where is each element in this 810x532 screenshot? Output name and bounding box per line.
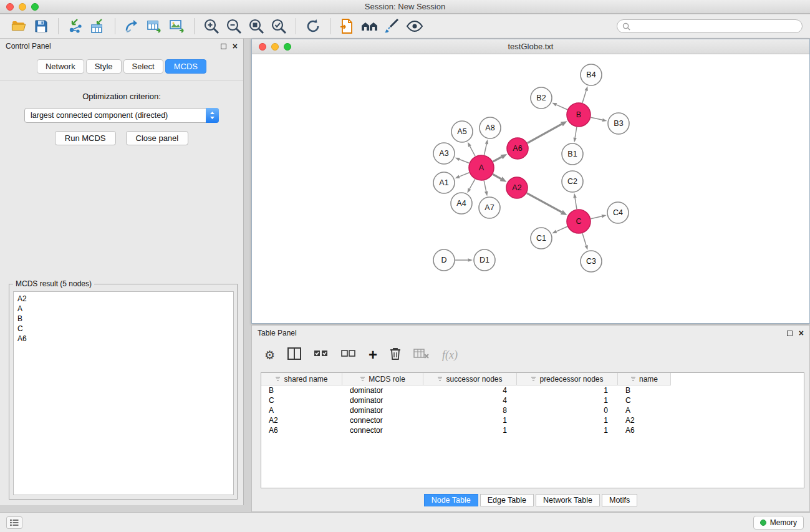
open-session-file-button[interactable]	[336, 16, 359, 36]
mcds-result-item[interactable]: A	[17, 304, 229, 314]
node-A1[interactable]: A1	[433, 172, 455, 193]
table-cell[interactable]: 4	[423, 386, 517, 395]
table-cell[interactable]: A2	[618, 416, 671, 425]
create-column-button[interactable]: +	[369, 347, 377, 362]
table-cell[interactable]: A6	[261, 426, 342, 435]
edge-B-B3[interactable]	[591, 117, 603, 120]
export-table-button[interactable]	[143, 16, 166, 36]
edge-C-C2[interactable]	[575, 198, 577, 209]
zoom-out-button[interactable]	[223, 16, 245, 36]
save-session-button[interactable]	[30, 16, 52, 36]
table-cell[interactable]: 1	[423, 416, 517, 425]
table-cell[interactable]: 1	[423, 426, 517, 435]
show-columns-button[interactable]	[287, 347, 301, 362]
table-settings-button[interactable]: ⚙	[264, 349, 275, 361]
table-cell[interactable]: 1	[517, 416, 618, 425]
table-cell[interactable]: C	[618, 396, 671, 405]
network-canvas[interactable]: B4B2BB3A5A8A6A3B1AC2A1A2A4A7C4CC1C3DD1	[252, 54, 809, 323]
node-D[interactable]: D	[433, 249, 455, 271]
column-header-shared-name[interactable]: shared name	[261, 373, 342, 385]
table-cell[interactable]: A	[618, 406, 671, 415]
run-mcds-button[interactable]: Run MCDS	[55, 131, 116, 145]
edge-A-A1[interactable]	[460, 173, 470, 177]
float-panel-icon[interactable]	[221, 44, 226, 49]
minimize-window-icon[interactable]	[19, 3, 26, 11]
close-window-icon[interactable]	[6, 3, 14, 11]
open-session-button[interactable]	[7, 16, 30, 36]
tab-node-table[interactable]: Node Table	[424, 494, 478, 506]
style-brush-button[interactable]	[381, 16, 403, 36]
edge-C-C1[interactable]	[556, 226, 567, 231]
export-image-button[interactable]	[166, 16, 188, 36]
table-cell[interactable]: connector	[342, 416, 423, 425]
refresh-button[interactable]	[302, 16, 324, 36]
node-A2[interactable]: A2	[506, 177, 528, 198]
edge-A-A2[interactable]	[493, 174, 501, 179]
unselect-all-columns-button[interactable]	[341, 348, 356, 362]
table-row[interactable]: Adominator80A	[261, 405, 804, 415]
memory-button[interactable]: Memory	[753, 516, 804, 530]
table-cell[interactable]: A	[261, 406, 342, 415]
node-A7[interactable]: A7	[479, 197, 500, 218]
node-B3[interactable]: B3	[608, 113, 629, 134]
close-panel-button[interactable]: Close panel	[126, 131, 189, 145]
column-header-predecessor-nodes[interactable]: predecessor nodes	[517, 373, 618, 385]
table-row[interactable]: Bdominator41B	[261, 385, 804, 395]
close-panel-icon[interactable]: ×	[233, 43, 238, 49]
function-builder-button[interactable]: f(x)	[442, 349, 458, 362]
column-header-MCDS-role[interactable]: MCDS role	[342, 373, 423, 385]
optimization-criterion-dropdown[interactable]: largest connected component (directed)	[24, 108, 219, 123]
edge-A-A6[interactable]	[493, 157, 502, 162]
mcds-result-item[interactable]: C	[17, 324, 229, 334]
edge-A6-B[interactable]	[528, 124, 562, 143]
table-cell[interactable]: dominator	[342, 396, 423, 405]
edge-C-C4[interactable]	[591, 216, 602, 219]
table-cell[interactable]: B	[261, 386, 342, 395]
edge-A-A3[interactable]	[460, 159, 470, 163]
table-cell[interactable]: 4	[423, 396, 517, 405]
table-cell[interactable]: A6	[618, 426, 671, 435]
edge-A-A8[interactable]	[484, 144, 486, 155]
zoom-selected-button[interactable]	[268, 16, 290, 36]
show-panels-button[interactable]	[6, 516, 22, 529]
tab-mcds[interactable]: MCDS	[165, 59, 206, 74]
delete-table-button[interactable]	[413, 348, 430, 362]
fullscreen-window-icon[interactable]	[31, 3, 39, 11]
tab-edge-table[interactable]: Edge Table	[480, 494, 534, 506]
select-all-columns-button[interactable]	[314, 348, 329, 362]
node-C1[interactable]: C1	[531, 228, 552, 249]
float-table-panel-icon[interactable]	[787, 331, 793, 336]
tab-select[interactable]: Select	[123, 59, 163, 74]
show-hide-button[interactable]	[403, 16, 426, 36]
network-close-icon[interactable]	[259, 43, 266, 51]
node-B[interactable]: B	[567, 103, 591, 127]
delete-column-button[interactable]	[390, 347, 401, 363]
table-cell[interactable]: 1	[517, 386, 618, 395]
mcds-result-list[interactable]: A2ABCA6	[13, 291, 234, 495]
node-C[interactable]: C	[567, 210, 591, 233]
edge-A-A5[interactable]	[470, 146, 475, 156]
node-C4[interactable]: C4	[607, 202, 629, 223]
node-table[interactable]: shared nameMCDS rolesuccessor nodesprede…	[261, 372, 804, 488]
node-B4[interactable]: B4	[581, 64, 602, 85]
column-header-name[interactable]: name	[618, 373, 671, 385]
table-cell[interactable]: dominator	[342, 386, 423, 395]
edge-A2-C[interactable]	[527, 193, 562, 213]
tab-network[interactable]: Network	[37, 59, 84, 74]
node-A5[interactable]: A5	[451, 121, 473, 142]
node-A8[interactable]: A8	[480, 117, 501, 138]
node-A[interactable]: A	[469, 155, 494, 180]
edge-C-C3[interactable]	[582, 233, 586, 246]
mcds-result-item[interactable]: A6	[17, 334, 229, 344]
column-header-successor-nodes[interactable]: successor nodes	[423, 373, 517, 385]
export-network-button[interactable]	[121, 16, 143, 36]
node-A6[interactable]: A6	[507, 138, 528, 159]
node-A4[interactable]: A4	[451, 193, 472, 214]
table-cell[interactable]: C	[261, 396, 342, 405]
node-B1[interactable]: B1	[562, 143, 583, 165]
network-minimize-icon[interactable]	[271, 43, 279, 51]
destroy-network-button[interactable]	[359, 16, 381, 36]
table-cell[interactable]: A2	[261, 416, 342, 425]
edge-A-A7[interactable]	[484, 181, 486, 191]
mcds-result-item[interactable]: A2	[17, 294, 229, 304]
